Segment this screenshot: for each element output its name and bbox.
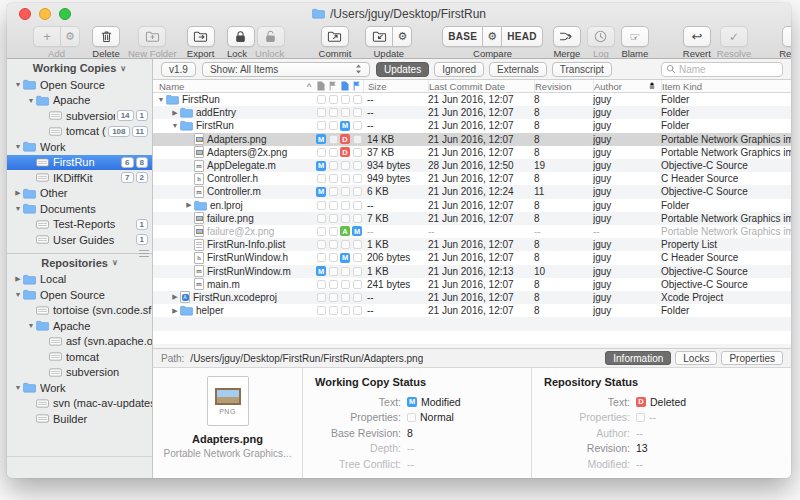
minimize-button[interactable] [39,8,51,20]
filter-toggle-updates[interactable]: Updates [376,62,429,77]
disclosure-open-icon[interactable]: ▼ [26,322,36,329]
commit-folder-button[interactable] [321,26,349,47]
gear-button[interactable]: ⚙ [393,26,412,47]
table-row[interactable]: Adapters@2x.pngD37 KB21 Jun 2016, 12:078… [153,146,791,159]
filter-toggle-externals[interactable]: Externals [489,62,547,77]
column-header-name[interactable]: Name [153,80,303,92]
sidebar-item-other[interactable]: ▶Other [7,186,152,202]
disclosure-open-icon[interactable]: ▼ [26,97,36,104]
disclosure-open-icon[interactable]: ▼ [13,384,23,391]
disclosure-open-icon[interactable]: ▼ [13,143,23,150]
filter-toggle-transcript[interactable]: Transcript [552,62,612,77]
export-folder-button[interactable] [187,26,215,47]
repo-text-status-column[interactable] [339,80,351,92]
tab-locks[interactable]: Locks [675,351,717,365]
search-input[interactable] [679,64,778,75]
wc-text-status-column[interactable] [315,80,327,92]
repo-prop-status-column[interactable] [351,80,363,92]
filter-toggle-ignored[interactable]: Ignored [434,62,484,77]
tab-information[interactable]: Information [605,351,671,365]
sidebar-item-firstrun[interactable]: FirstRun68 [7,155,152,171]
compare-button[interactable]: HEAD [502,26,543,47]
sort-ascending-icon[interactable]: ^ [303,80,315,92]
disclosure-closed-icon[interactable]: ▶ [184,201,194,209]
disclosure-closed-icon[interactable]: ▶ [13,189,23,197]
unlock-button[interactable] [257,26,285,47]
disclosure-closed-icon[interactable]: ▶ [13,275,23,283]
disclosure-open-icon[interactable]: ▼ [156,96,166,103]
table-row[interactable]: mFirstRunWindow.mM1 KB21 Jun 2016, 12:13… [153,264,791,277]
table-row[interactable]: ▼FirstRun--21 Jun 2016, 12:078jguyFolder [153,93,791,106]
table-row[interactable]: FirstRun-Info.plist1 KB21 Jun 2016, 12:0… [153,238,791,251]
compare-button[interactable]: BASE [442,26,483,47]
sidebar-item-test-reports[interactable]: Test-Reports1 [7,217,152,233]
table-row[interactable]: ▼FirstRunM--21 Jun 2016, 12:078jguyFolde… [153,119,791,132]
disclosure-open-icon[interactable]: ▼ [13,205,23,212]
show-items-dropdown[interactable]: Show: All Items [202,62,370,77]
table-row[interactable]: ▶en.lproj--21 Jun 2016, 12:078jguyFolder [153,199,791,212]
disclosure-closed-icon[interactable]: ▶ [170,307,180,315]
trash-button[interactable] [92,26,120,47]
sidebar-item-apache[interactable]: ▼Apache [7,93,152,109]
sidebar-item-documents[interactable]: ▼Documents [7,201,152,217]
column-header-size[interactable]: Size [363,80,428,92]
table-row[interactable]: failure@2x.pngAM--------Portable Network… [153,225,791,238]
revert-arrow-button[interactable]: ↩ [683,26,711,47]
disclosure-open-icon[interactable]: ▼ [13,81,23,88]
zoom-button[interactable] [59,8,71,20]
disclosure-closed-icon[interactable]: ▶ [170,109,180,117]
merge-button[interactable] [553,26,581,47]
sidebar-item-subversion[interactable]: subversion [7,365,152,381]
sidebar-item-open-source[interactable]: ▼Open Source [7,287,152,303]
table-row[interactable]: hFirstRunWindow.hM206 bytes21 Jun 2016, … [153,251,791,264]
sidebar-item-svn-mac-av-updates-nati-[interactable]: svn (mac-av-updates.nati… [7,396,152,412]
section-resize-grip[interactable] [139,250,149,257]
column-header-date[interactable]: Last Commit Date [428,80,534,92]
table-row[interactable]: ▶AFirstRun.xcodeproj--21 Jun 2016, 12:07… [153,291,791,304]
wc-prop-status-column[interactable] [327,80,339,92]
table-row[interactable]: mAppDelegate.mM934 bytes28 Jun 2016, 12:… [153,159,791,172]
lock-column-header[interactable] [643,80,661,92]
table-row[interactable]: ▶helper--21 Jun 2016, 12:078jguyFolder [153,304,791,317]
disclosure-open-icon[interactable]: ▼ [13,291,23,298]
sidebar-item-work[interactable]: ▼Work [7,139,152,155]
table-row[interactable]: mController.mM6 KB21 Jun 2016, 12:2411jg… [153,185,791,198]
sidebar-item-user-guides[interactable]: User Guides1 [7,232,152,248]
column-header-author[interactable]: Author [593,80,643,92]
resolve-check-button[interactable]: ✓ [720,26,748,47]
gear-button[interactable]: ⚙ [483,26,502,47]
table-row[interactable]: mmain.m241 bytes21 Jun 2016, 12:078jguyO… [153,278,791,291]
sidebar-item-ikdiffkit[interactable]: IKDiffKit72 [7,170,152,186]
sidebar-item-subversion-trunk-[interactable]: subversion (trunk)141 [7,108,152,124]
repositories-header[interactable]: Repositories ∨ [7,254,152,272]
sidebar-item-asf-svn-apache-org-[interactable]: asf (svn.apache.org) [7,334,152,350]
tab-properties[interactable]: Properties [721,351,783,365]
disclosure-open-icon[interactable]: ▼ [170,122,180,129]
sidebar-item-apache[interactable]: ▼Apache [7,318,152,334]
blame-hand-button[interactable]: ☞ [621,26,649,47]
sidebar-item-tomcat-trunk-[interactable]: tomcat (trunk)10811 [7,124,152,140]
sidebar-item-open-source[interactable]: ▼Open Source [7,77,152,93]
column-header-rev[interactable]: Revision [534,80,593,92]
working-copies-header[interactable]: Working Copies ∨ [7,59,152,77]
new-folder-button[interactable] [138,26,166,47]
refresh-button[interactable]: ↻ [782,26,791,47]
update-folder-button[interactable] [365,26,393,47]
clock-button[interactable] [587,26,615,47]
gear-button[interactable]: ⚙ [61,26,80,47]
lock-button[interactable] [227,26,255,47]
sidebar-item-builder[interactable]: Builder [7,411,152,427]
sidebar-item-local[interactable]: ▶Local [7,272,152,288]
table-row[interactable]: Adapters.pngMD14 KB21 Jun 2016, 12:078jg… [153,133,791,146]
sidebar-item-tortoise-svn-code-sf-net-[interactable]: tortoise (svn.code.sf.net) [7,303,152,319]
plus-button[interactable]: + [33,26,61,47]
disclosure-closed-icon[interactable]: ▶ [170,293,180,301]
table-row[interactable]: ▶addEntry--21 Jun 2016, 12:078jguyFolder [153,106,791,119]
sidebar-item-tomcat[interactable]: tomcat [7,349,152,365]
sidebar-item-work[interactable]: ▼Work [7,380,152,396]
table-row[interactable]: hController.h949 bytes21 Jun 2016, 12:07… [153,172,791,185]
table-row[interactable]: failure.png7 KB21 Jun 2016, 12:078jguyPo… [153,212,791,225]
column-header-kind[interactable]: Item Kind [661,80,791,92]
search-field[interactable] [661,62,783,77]
close-button[interactable] [19,8,31,20]
